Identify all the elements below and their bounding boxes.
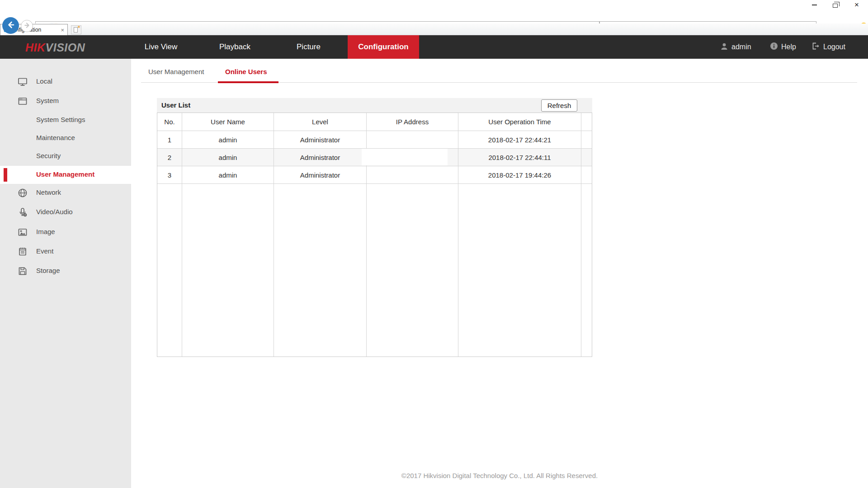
column-header-operation-time: User Operation Time	[458, 113, 581, 131]
hikvision-logo: HIKVISION	[25, 41, 85, 54]
logout-label: Logout	[823, 43, 845, 51]
new-tab-star-icon: *	[78, 24, 80, 31]
sidebar-item-label: Security	[36, 152, 61, 160]
column-header-level: Level	[274, 113, 367, 131]
sidebar-item-label: Image	[36, 228, 55, 235]
username-label: admin	[731, 43, 751, 51]
image-icon	[17, 227, 28, 238]
window-titlebar: ×	[0, 0, 868, 10]
nav-playback[interactable]: Playback	[204, 35, 265, 59]
ip-redaction-patch	[362, 149, 448, 165]
cell-operation-time: 2018-02-17 22:44:11	[458, 149, 581, 166]
column-header-user-name: User Name	[182, 113, 274, 131]
sidebar-item-label: System Settings	[36, 116, 85, 123]
sidebar-item-system[interactable]: System	[0, 92, 131, 110]
sidebar-item-label: System	[36, 97, 59, 104]
logout-button[interactable]: Logout	[811, 35, 845, 59]
active-tab-underline	[218, 81, 278, 83]
tab-online-users[interactable]: Online Users	[225, 68, 267, 81]
new-tab-page-icon	[74, 27, 78, 33]
nav-configuration[interactable]: Configuration	[348, 35, 419, 59]
column-header-ip-address: IP Address	[367, 113, 458, 131]
tab-close-icon[interactable]: ×	[61, 27, 64, 33]
cell-level: Administrator	[274, 149, 367, 166]
sidebar-item-video-audio[interactable]: Video/Audio	[0, 203, 131, 221]
cell-user-name: admin	[182, 149, 274, 166]
help-button[interactable]: Help	[770, 35, 796, 59]
nav-picture[interactable]: Picture	[278, 35, 339, 59]
new-tab-button[interactable]: *	[71, 25, 81, 34]
sidebar-item-label: Event	[36, 247, 53, 255]
cell-user-name: admin	[182, 166, 274, 184]
cell-no: 2	[157, 149, 182, 166]
active-indicator-bar	[4, 168, 7, 182]
nav-live-view[interactable]: Live View	[131, 35, 191, 59]
back-button[interactable]	[2, 17, 19, 34]
site-navbar: HIKVISION Live View Playback Picture Con…	[0, 35, 868, 59]
user-indicator: admin	[720, 35, 751, 59]
cell-operation-time: 2018-02-17 22:44:21	[458, 131, 581, 149]
restore-icon[interactable]	[829, 1, 841, 9]
copyright-footer: ©2017 Hikvision Digital Technology Co., …	[131, 472, 868, 479]
system-window-icon	[17, 96, 28, 107]
cell-level: Administrator	[274, 131, 367, 149]
cell-spacer	[581, 166, 592, 184]
back-arrow-icon	[6, 20, 15, 31]
refresh-button[interactable]: Refresh	[541, 99, 577, 112]
column-header-spacer	[581, 113, 592, 131]
sidebar-item-event[interactable]: Event	[0, 243, 131, 261]
forward-arrow-icon	[24, 22, 31, 31]
logout-icon	[811, 42, 820, 52]
forward-button[interactable]	[21, 20, 33, 32]
sidebar-item-local[interactable]: Local	[0, 73, 131, 91]
sidebar-item-system-settings[interactable]: System Settings	[0, 111, 131, 129]
storage-icon	[17, 266, 28, 277]
cell-ip-address	[367, 166, 458, 184]
globe-icon	[17, 188, 28, 198]
monitor-icon	[17, 76, 28, 87]
sidebar: Local System System Settings Maintenance…	[0, 59, 131, 488]
sidebar-item-label: Network	[36, 188, 61, 196]
cell-spacer	[581, 131, 592, 149]
sidebar-item-label: User Management	[36, 170, 94, 178]
help-icon	[770, 42, 778, 52]
sidebar-item-label: Storage	[36, 267, 60, 274]
sidebar-item-label: Video/Audio	[36, 208, 73, 216]
browser-toolbar: ▼ ↻ ▼ ⌂ ☆ ⚙	[0, 10, 868, 23]
tab-strip	[0, 23, 868, 35]
sidebar-item-storage[interactable]: Storage	[0, 262, 131, 280]
minimize-icon[interactable]	[808, 1, 820, 9]
cell-level: Administrator	[274, 166, 367, 184]
cell-user-name: admin	[182, 131, 274, 149]
close-icon[interactable]: ×	[851, 1, 863, 9]
sidebar-item-image[interactable]: Image	[0, 223, 131, 241]
user-list-panel-header: User List Refresh	[157, 98, 592, 113]
panel-title: User List	[161, 101, 190, 109]
user-icon	[720, 42, 728, 52]
cell-spacer	[581, 149, 592, 166]
browser-window: × ▼ ↻ ▼ ⌂	[0, 0, 868, 488]
event-icon	[17, 246, 28, 257]
sidebar-item-maintenance[interactable]: Maintenance	[0, 129, 131, 147]
cell-no: 3	[157, 166, 182, 184]
sidebar-item-label: Local	[36, 77, 52, 85]
tab-user-management[interactable]: User Management	[148, 68, 204, 81]
sidebar-item-user-management[interactable]: User Management	[0, 166, 131, 184]
cell-operation-time: 2018-02-17 19:44:26	[458, 166, 581, 184]
cell-no: 1	[157, 131, 182, 149]
cell-ip-address	[367, 131, 458, 149]
sidebar-item-network[interactable]: Network	[0, 184, 131, 202]
help-label: Help	[781, 43, 796, 51]
column-header-no: No.	[157, 113, 182, 131]
sidebar-item-security[interactable]: Security	[0, 147, 131, 165]
microphone-icon	[17, 207, 28, 218]
sidebar-item-label: Maintenance	[36, 134, 75, 141]
